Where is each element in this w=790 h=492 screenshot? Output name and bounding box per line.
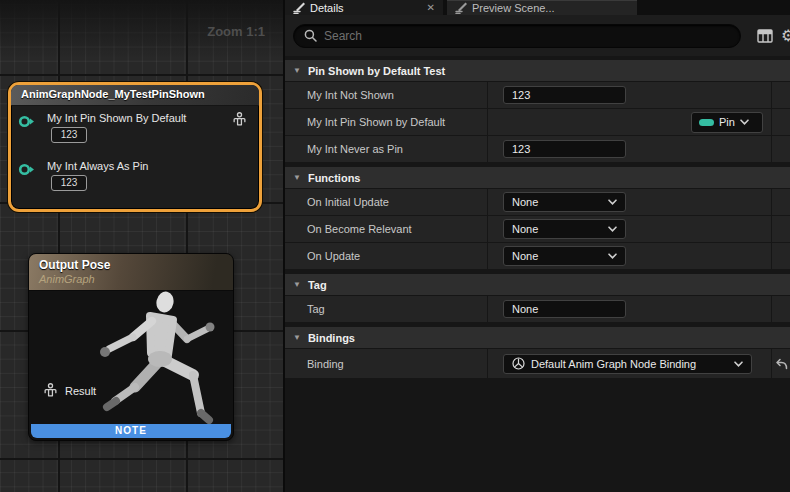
property-row: On Update None — [285, 243, 790, 270]
node-subtitle: AnimGraph — [39, 273, 233, 285]
node-title: Output Pose — [39, 258, 233, 272]
property-label: On Initial Update — [285, 189, 488, 215]
property-row: On Initial Update None — [285, 189, 790, 216]
tab-close-icon[interactable]: ✕ — [427, 2, 435, 13]
pin-value-box[interactable]: 123 — [51, 175, 87, 191]
mannequin-figure — [83, 291, 231, 427]
section-title: Bindings — [308, 332, 355, 344]
property-label: Tag — [285, 296, 488, 322]
pin-value-box[interactable]: 123 — [51, 127, 87, 143]
note-banner[interactable]: NOTE — [31, 424, 231, 438]
search-box[interactable] — [293, 24, 741, 48]
dropdown-value: None — [512, 223, 602, 235]
tab-label: Preview Scene... — [472, 2, 555, 14]
section-title: Functions — [308, 172, 361, 184]
display-manager-icon[interactable] — [757, 29, 773, 43]
property-label: My Int Pin Shown by Default — [285, 109, 488, 135]
tab-bar: Details ✕ Preview Scene... — [285, 0, 790, 15]
details-panel: Details ✕ Preview Scene... ⚙ ▼ Pin S — [285, 0, 790, 492]
reset-to-default-icon[interactable] — [774, 358, 788, 370]
collapse-caret-icon[interactable]: ▼ — [293, 280, 301, 289]
pin-row: My Int Always As Pin 123 — [11, 160, 259, 196]
collapse-caret-icon[interactable]: ▼ — [293, 333, 301, 342]
property-label: On Become Relevant — [285, 216, 488, 242]
property-label: My Int Not Shown — [285, 82, 488, 108]
pin-mode-dropdown[interactable]: Pin — [691, 112, 763, 133]
section-functions: ▼ Functions On Initial Update None On Be… — [285, 167, 790, 270]
node-title: AnimGraphNode_MyTestPinShown — [11, 85, 259, 106]
unreal-anim-graph-editor: Zoom 1:1 AnimGraphNode_MyTestPinShown My… — [0, 0, 790, 492]
section-bindings: ▼ Bindings Binding Default Anim Graph No… — [285, 327, 790, 379]
section-title: Pin Shown by Default Test — [308, 65, 445, 77]
section-header[interactable]: ▼ Bindings — [285, 327, 790, 349]
property-row: My Int Not Shown — [285, 82, 790, 109]
binding-icon — [512, 357, 525, 370]
search-icon — [304, 29, 317, 42]
property-label: On Update — [285, 243, 488, 269]
search-input[interactable] — [324, 29, 730, 43]
pin-label: My Int Always As Pin — [47, 160, 148, 172]
int-pin-icon[interactable] — [18, 114, 36, 132]
section-header[interactable]: ▼ Pin Shown by Default Test — [285, 60, 790, 82]
dropdown-value: None — [512, 196, 602, 208]
details-toolbar: ⚙ — [285, 15, 790, 56]
chevron-down-icon — [608, 226, 617, 232]
details-icon — [293, 2, 305, 14]
on-initial-update-dropdown[interactable]: None — [503, 192, 626, 212]
graph-canvas[interactable]: Zoom 1:1 AnimGraphNode_MyTestPinShown My… — [0, 0, 283, 492]
tab-preview-scene[interactable]: Preview Scene... — [447, 0, 637, 15]
property-label: Binding — [285, 349, 488, 378]
binding-dropdown[interactable]: Default Anim Graph Node Binding — [503, 354, 752, 374]
tag-input[interactable] — [503, 300, 626, 318]
property-row: On Become Relevant None — [285, 216, 790, 243]
property-row: Binding Default Anim Graph Node Binding — [285, 349, 790, 379]
pose-pin-icon — [43, 383, 58, 398]
chevron-down-icon — [608, 199, 617, 205]
collapse-caret-icon[interactable]: ▼ — [293, 66, 301, 75]
chevron-down-icon — [734, 361, 743, 367]
on-update-dropdown[interactable]: None — [503, 246, 626, 266]
tab-label: Details — [310, 2, 344, 14]
int-pin-icon[interactable] — [18, 162, 36, 180]
section-header[interactable]: ▼ Tag — [285, 274, 790, 296]
result-pin[interactable]: Result — [43, 383, 96, 398]
section-title: Tag — [308, 279, 327, 291]
preview-scene-icon — [455, 2, 467, 14]
chevron-down-icon — [740, 119, 749, 125]
section-pin-shown-by-default-test: ▼ Pin Shown by Default Test My Int Not S… — [285, 60, 790, 163]
section-tag: ▼ Tag Tag — [285, 274, 790, 323]
pin-mode-label: Pin — [719, 116, 735, 128]
anim-graph-node-test[interactable]: AnimGraphNode_MyTestPinShown My Int Pin … — [8, 82, 262, 212]
settings-gear-icon[interactable]: ⚙ — [781, 28, 790, 44]
output-pose-node[interactable]: Output Pose AnimGraph — [28, 253, 234, 441]
pin-pill-icon — [699, 119, 714, 126]
collapse-caret-icon[interactable]: ▼ — [293, 173, 301, 182]
pose-pin-icon[interactable] — [232, 112, 247, 131]
dropdown-value: None — [512, 250, 602, 262]
chevron-down-icon — [608, 253, 617, 259]
on-become-relevant-dropdown[interactable]: None — [503, 219, 626, 239]
zoom-level-label: Zoom 1:1 — [207, 24, 265, 39]
pin-row: My Int Pin Shown By Default 123 — [11, 112, 259, 148]
property-row: My Int Pin Shown by Default Pin — [285, 109, 790, 136]
pin-label: My Int Pin Shown By Default — [47, 112, 186, 124]
property-label: My Int Never as Pin — [285, 136, 488, 162]
property-row: My Int Never as Pin — [285, 136, 790, 163]
my-int-never-as-pin-input[interactable] — [503, 140, 626, 158]
section-header[interactable]: ▼ Functions — [285, 167, 790, 189]
my-int-not-shown-input[interactable] — [503, 86, 626, 104]
tab-details[interactable]: Details ✕ — [285, 0, 443, 15]
dropdown-value: Default Anim Graph Node Binding — [531, 358, 728, 370]
property-row: Tag — [285, 296, 790, 323]
result-pin-label: Result — [65, 385, 96, 397]
